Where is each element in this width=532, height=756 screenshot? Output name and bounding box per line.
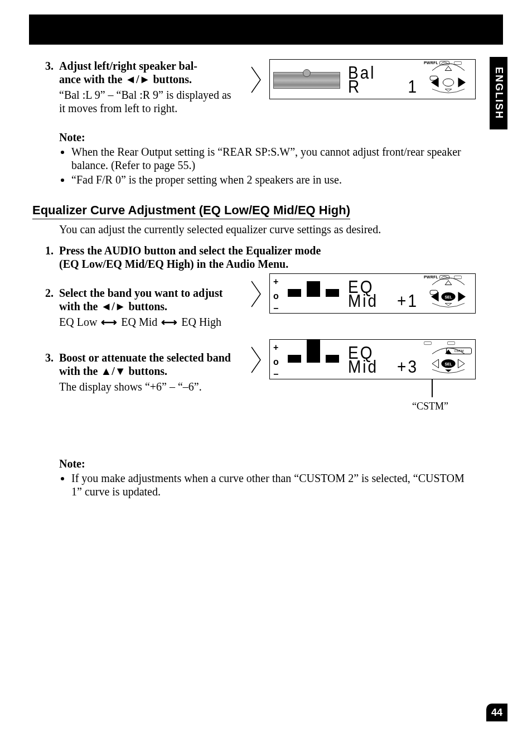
lcd-text-bottom-b: 1 [408,76,418,98]
lcd-text-bottom-a: R [348,76,361,98]
lcd-panel: + o − EQ Mid +3 [269,339,476,379]
lcd-left-graphic: + o − [270,340,342,379]
page: ENGLISH 44 3. Adjust left/right speaker … [0,0,532,756]
lcd-controls-area: CSTM SEL [422,340,475,379]
step-3a-text: Adjust left/right speaker bal- ance with… [59,59,238,115]
step-2b-body-b: EQ Mid [121,316,157,328]
step-number: 1. [32,244,59,257]
zero-marker: o [273,357,279,367]
note-1-item-0: When the Rear Output setting is “REAR SP… [71,145,476,172]
page-number-badge: 44 [486,704,507,721]
minus-icon: − [273,304,278,313]
lcd-text-bottom-b: +3 [397,356,418,378]
lcd-text-bottom-a: Mid [348,356,378,378]
pointer-icon [250,346,262,374]
note-2-item-0: If you make adjustments when a curve oth… [71,471,476,498]
zero-marker: o [273,291,279,301]
lcd-left-graphic: + o − [270,274,342,313]
minus-icon: − [273,370,278,379]
tape-graphic [273,72,340,89]
cstm-caption: “CSTM” [412,401,448,413]
lcd-text-area: EQ Mid +3 [342,340,422,379]
header-black-bar [29,15,503,45]
section-heading: Equalizer Curve Adjustment (EQ Low/EQ Mi… [32,203,350,219]
sel-label: SEL [444,295,452,299]
step-3a-title-a: Adjust left/right speaker bal- [59,60,197,72]
step-1b-line2: (EQ Low/EQ Mid/EQ High) in the Audio Men… [59,258,288,270]
lcd-text-bottom: Mid +3 [348,356,418,378]
lcd-text-area: EQ Mid +1 [342,274,422,313]
lcd-panel: Bal R 1 PWRFL [269,59,476,99]
step-3b-text: Boost or attenuate the selected band wit… [59,351,238,393]
step-2b-body: EQ Low ⟷ EQ Mid ⟷ EQ High [59,315,238,329]
section-intro: You can adjust the currently selected eq… [59,223,476,236]
pointer-icon [250,66,262,94]
step-3a-title-b: ance with the [59,73,125,85]
lcd-left-graphic [270,60,342,99]
step-1b-line1: Press the AUDIO button and select the Eq… [59,244,321,257]
dpad-icon [424,62,473,97]
step-1b: 1. Press the AUDIO button and select the… [32,244,476,271]
lcd-text-area: Bal R 1 [342,60,422,99]
step-number: 3. [32,59,59,73]
step-2b-body-a: EQ Low [59,316,97,328]
lcd-text-bottom: R 1 [348,76,418,98]
step-number: 3. [32,351,59,364]
note-1: Note: When the Rear Output setting is “R… [59,131,476,186]
lcd-text-bottom-a: Mid [348,290,378,312]
plus-icon: + [273,277,278,286]
step-3b-body: The display shows “+6” – “–6”. [59,380,238,393]
step-2b-title-b: buttons. [126,300,167,312]
lcd-controls-area: PWRFL [422,60,475,99]
step-3b-title-b: buttons. [126,365,167,377]
step-3a-title-c: buttons. [150,73,191,85]
lcd-panel: + o − EQ Mid +1 [269,273,476,314]
note-2-label: Note: [59,458,85,470]
note-1-item-1: “Fad F/R 0” is the proper setting when 2… [71,173,476,186]
lcd-controls-area: PWRFL [422,274,475,313]
lcd-text-bottom: Mid +1 [348,290,418,312]
step-3a-body: “Bal :L 9” – “Bal :R 9” is displayed as … [59,88,238,115]
eq-bars [286,278,340,309]
note-1-label: Note: [59,131,85,143]
dpad-icon: SEL [424,276,473,311]
content-area: 3. Adjust left/right speaker bal- ance w… [32,59,476,507]
svg-point-3 [443,79,453,86]
svg-text:SEL: SEL [444,362,452,366]
step-2b-body-c: EQ High [181,316,221,328]
double-arrow-icon: ⟷ [101,316,117,328]
dpad-icon: SEL [424,342,473,377]
step-number: 2. [32,286,59,300]
cstm-pointer-line [432,379,433,397]
double-arrow-icon: ⟷ [161,316,177,328]
step-2b-arrows: ◄/► [100,300,125,312]
plus-icon: + [273,343,278,352]
step-3b-arrows: ▲/▼ [100,365,125,377]
language-tab: ENGLISH [490,57,507,129]
step-3a-arrows: ◄/► [125,73,150,85]
lcd-text-bottom-b: +1 [397,290,418,312]
tape-circle-icon [303,69,311,77]
pointer-icon [250,280,262,308]
step-2b-text: Select the band you want to adjust with … [59,286,238,329]
note-2: Note: If you make adjustments when a cur… [59,457,476,498]
eq-bars [286,344,340,374]
step-1b-text: Press the AUDIO button and select the Eq… [59,244,476,271]
